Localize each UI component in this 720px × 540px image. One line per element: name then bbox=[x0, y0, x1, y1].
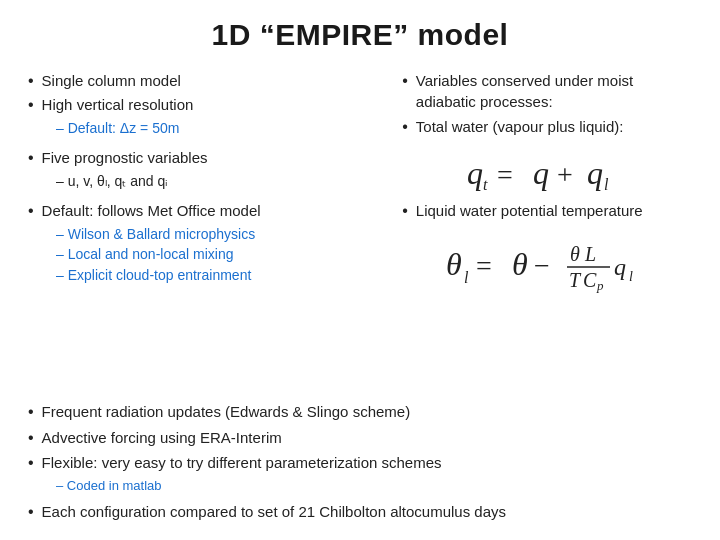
svg-text:T: T bbox=[569, 269, 582, 291]
svg-text:l: l bbox=[604, 176, 609, 193]
list-item: • Total water (vapour plus liquid): bbox=[402, 116, 692, 138]
sub-item: Wilson & Ballard microphysics bbox=[56, 225, 382, 245]
bullet-icon: • bbox=[402, 116, 408, 138]
bullet-icon: • bbox=[28, 501, 34, 523]
svg-text:−: − bbox=[534, 250, 550, 281]
bullet-icon: • bbox=[402, 70, 408, 92]
bullet-label: Default: follows Met Office model bbox=[42, 200, 261, 221]
bullet-icon: • bbox=[402, 200, 408, 222]
sub-item: Explicit cloud-top entrainment bbox=[56, 266, 382, 286]
bullet-icon: • bbox=[28, 200, 34, 222]
bullet-label: Each configuration compared to set of 21… bbox=[42, 501, 506, 522]
sub-item: Default: Δz = 50m bbox=[56, 119, 382, 139]
svg-text:=: = bbox=[476, 250, 492, 281]
svg-text:q: q bbox=[467, 155, 483, 191]
bullet-icon: • bbox=[28, 401, 34, 423]
svg-text:C: C bbox=[583, 269, 597, 291]
list-item: • Liquid water potential temperature bbox=[402, 200, 692, 222]
svg-text:+: + bbox=[557, 159, 573, 190]
main-content: • Single column model • High vertical re… bbox=[28, 70, 692, 393]
svg-text:q: q bbox=[533, 155, 549, 191]
formula-qt: q t = q + q l bbox=[402, 148, 692, 194]
bullet-icon: • bbox=[28, 427, 34, 449]
list-item: • Each configuration compared to set of … bbox=[28, 501, 692, 523]
bullet-label: Five prognostic variables bbox=[42, 147, 208, 168]
list-item: • Default: follows Met Office model bbox=[28, 200, 382, 222]
page: 1D “EMPIRE” model • Single column model … bbox=[0, 0, 720, 540]
svg-text:q: q bbox=[587, 155, 603, 191]
bullet-label: Liquid water potential temperature bbox=[416, 200, 643, 221]
svg-text:q: q bbox=[614, 254, 626, 280]
svg-text:=: = bbox=[497, 159, 513, 190]
list-item: • Single column model bbox=[28, 70, 382, 92]
svg-text:l: l bbox=[629, 269, 633, 284]
page-title: 1D “EMPIRE” model bbox=[28, 18, 692, 52]
coded-matlab-label: Coded in matlab bbox=[56, 478, 692, 493]
formula-theta: θ l = θ − θ L T C bbox=[402, 233, 692, 305]
bullet-label: Variables conserved under moist adiabati… bbox=[416, 70, 692, 112]
left-column: • Single column model • High vertical re… bbox=[28, 70, 382, 393]
list-item: • Variables conserved under moist adiaba… bbox=[402, 70, 692, 112]
bullet-icon: • bbox=[28, 70, 34, 92]
list-item: • Advective forcing using ERA-Interim bbox=[28, 427, 692, 449]
svg-text:θ: θ bbox=[570, 243, 580, 265]
bullet-label: Flexible: very easy to try different par… bbox=[42, 452, 442, 473]
bullet-icon: • bbox=[28, 452, 34, 474]
bottom-section: • Frequent radiation updates (Edwards & … bbox=[28, 401, 692, 526]
right-column: • Variables conserved under moist adiaba… bbox=[392, 70, 692, 393]
svg-text:L: L bbox=[584, 243, 596, 265]
list-item: • Flexible: very easy to try different p… bbox=[28, 452, 692, 474]
bullet-label: High vertical resolution bbox=[42, 94, 194, 115]
bullet-label: Frequent radiation updates (Edwards & Sl… bbox=[42, 401, 411, 422]
svg-text:θ: θ bbox=[446, 246, 462, 282]
bullet-label: Advective forcing using ERA-Interim bbox=[42, 427, 282, 448]
list-item: • Frequent radiation updates (Edwards & … bbox=[28, 401, 692, 423]
svg-text:θ: θ bbox=[512, 246, 528, 282]
sub-item: u, v, θₗ, qₜ and qᵢ bbox=[56, 172, 382, 192]
sub-item: Local and non-local mixing bbox=[56, 245, 382, 265]
bullet-label: Single column model bbox=[42, 70, 181, 91]
bullet-label: Total water (vapour plus liquid): bbox=[416, 116, 624, 137]
bullet-icon: • bbox=[28, 147, 34, 169]
list-item: • High vertical resolution bbox=[28, 94, 382, 116]
svg-text:t: t bbox=[483, 176, 488, 193]
bullet-icon: • bbox=[28, 94, 34, 116]
svg-text:p: p bbox=[596, 278, 604, 293]
svg-text:l: l bbox=[464, 269, 469, 286]
list-item: • Five prognostic variables bbox=[28, 147, 382, 169]
